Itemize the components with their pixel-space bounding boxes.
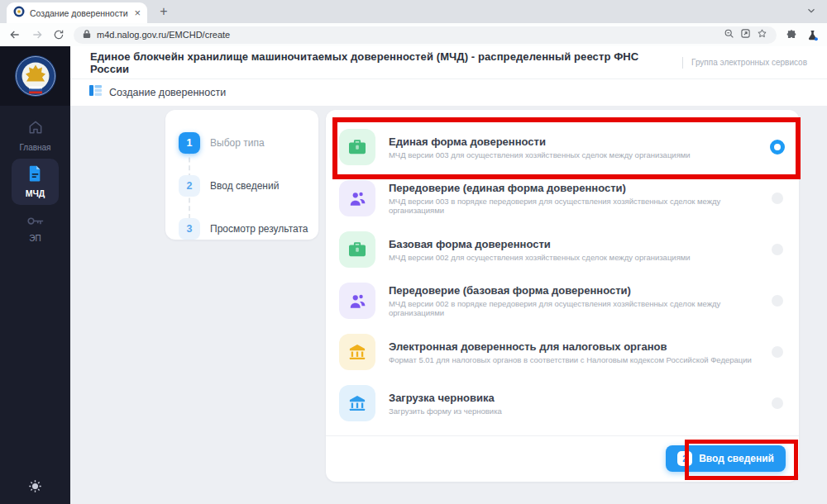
extension-flask-icon[interactable] [806, 29, 819, 41]
extensions-puzzle-icon[interactable] [786, 29, 797, 40]
radio-unselected[interactable] [772, 193, 783, 204]
options-card: Единая форма доверенности МЧД версии 003… [326, 110, 799, 482]
theme-toggle-sun-icon[interactable] [0, 479, 70, 493]
people-icon [339, 283, 375, 319]
radio-unselected[interactable] [772, 397, 783, 409]
radio-unselected[interactable] [772, 346, 783, 358]
steps-card: 1 Выбор типа 2 Ввод сведений 3 Просмотр … [165, 110, 318, 240]
option-title: Передоверие (базовая форма доверенности) [389, 284, 758, 297]
next-step-label: Ввод сведений [699, 453, 774, 464]
step-label: Просмотр результата [210, 223, 308, 235]
tab-title: Создание доверенности [30, 8, 129, 18]
step-choose-type[interactable]: 1 Выбор типа [179, 121, 318, 164]
option-title: Единая форма доверенности [389, 136, 757, 148]
step-enter-data[interactable]: 2 Ввод сведений [179, 164, 318, 207]
screen: Создание доверенности × + m4d.nalog.gov.… [0, 0, 827, 504]
radio-unselected[interactable] [772, 244, 783, 255]
option-substitution-basic[interactable]: Передоверие (базовая форма доверенности)… [339, 275, 786, 326]
option-title: Электронная доверенность для налоговых о… [389, 340, 758, 353]
option-description: Загрузить форму из черновика [389, 407, 758, 416]
option-title: Передоверие (единая форма доверенности) [389, 182, 758, 194]
step-number: 1 [179, 132, 200, 154]
forward-icon[interactable] [31, 28, 44, 41]
option-basic-form[interactable]: Базовая форма доверенности МЧД версии 00… [339, 224, 786, 275]
sidebar-item-label: Главная [19, 143, 50, 152]
services-group-label: Группа электронных сервисов [691, 58, 807, 67]
sidebar-item-home[interactable]: Главная [0, 119, 70, 152]
reload-icon[interactable] [53, 29, 65, 40]
header-divider [682, 57, 683, 69]
people-icon [339, 180, 375, 216]
share-icon[interactable] [740, 27, 751, 42]
key-icon [26, 215, 45, 230]
browser-toolbar: m4d.nalog.gov.ru/EMCHD/create [0, 23, 827, 46]
site-favicon-icon [13, 6, 25, 21]
app-title: Единое блокчейн хранилище машиночитаемых… [90, 50, 672, 75]
app-window: Главная МЧД ЭП Единое блокчейн хра [0, 46, 827, 504]
home-icon [27, 119, 44, 139]
app-header: Единое блокчейн хранилище машиночитаемых… [70, 46, 827, 106]
step-number: 3 [179, 218, 200, 240]
option-unified-form[interactable]: Единая форма доверенности МЧД версии 003… [339, 121, 786, 173]
briefcase-icon [339, 231, 375, 268]
briefcase-icon [339, 129, 375, 165]
new-tab-button[interactable]: + [155, 3, 172, 20]
sidebar-item-ep[interactable]: ЭП [0, 215, 70, 243]
browser-tab-bar: Создание доверенности × + [0, 0, 827, 23]
option-description: МЧД версии 003 в порядке передоверия для… [389, 197, 758, 215]
url-text: m4d.nalog.gov.ru/EMCHD/create [97, 30, 230, 40]
next-step-badge: 2 [677, 451, 692, 466]
tab-close-icon[interactable]: × [134, 7, 141, 18]
option-description: МЧД версии 002 в порядке передоверия для… [389, 299, 758, 317]
step-view-result[interactable]: 3 Просмотр результата [179, 207, 318, 250]
option-description: МЧД версии 003 для осуществления хозяйст… [389, 150, 757, 159]
document-icon [28, 165, 42, 185]
option-load-draft[interactable]: Загрузка черновика Загрузить форму из че… [339, 378, 786, 429]
bank-icon [339, 334, 375, 370]
url-bar[interactable]: m4d.nalog.gov.ru/EMCHD/create [74, 26, 777, 44]
bookmark-star-icon[interactable] [757, 27, 767, 42]
lock-icon [83, 27, 91, 42]
sidebar-item-mchd[interactable]: МЧД [12, 159, 59, 205]
step-number: 2 [179, 175, 200, 197]
zoom-icon[interactable] [724, 27, 734, 42]
option-description: МЧД версии 002 для осуществления хозяйст… [389, 253, 758, 262]
step-label: Ввод сведений [210, 180, 279, 192]
option-description: Формат 5.01 для налоговых органов в соот… [389, 355, 758, 364]
radio-selected[interactable] [770, 140, 785, 155]
next-step-button[interactable]: 2 Ввод сведений [666, 445, 786, 472]
fns-logo[interactable] [0, 46, 70, 106]
browser-tab[interactable]: Создание доверенности × [7, 2, 147, 23]
chevron-down-icon[interactable] [805, 5, 817, 20]
page-layout-icon [89, 84, 102, 100]
sidebar-item-label: МЧД [26, 188, 45, 198]
radio-unselected[interactable] [772, 295, 783, 307]
step-label: Выбор типа [210, 137, 265, 149]
sidebar-item-label: ЭП [29, 234, 41, 243]
option-title: Базовая форма доверенности [389, 238, 758, 250]
sidebar: Главная МЧД ЭП [0, 46, 70, 504]
bank-icon [339, 385, 375, 421]
page-title: Создание доверенности [109, 87, 226, 98]
back-icon[interactable] [8, 28, 22, 41]
option-substitution-unified[interactable]: Передоверие (единая форма доверенности) … [339, 173, 786, 224]
option-title: Загрузка черновика [389, 392, 758, 404]
option-tax-authority[interactable]: Электронная доверенность для налоговых о… [339, 326, 786, 378]
